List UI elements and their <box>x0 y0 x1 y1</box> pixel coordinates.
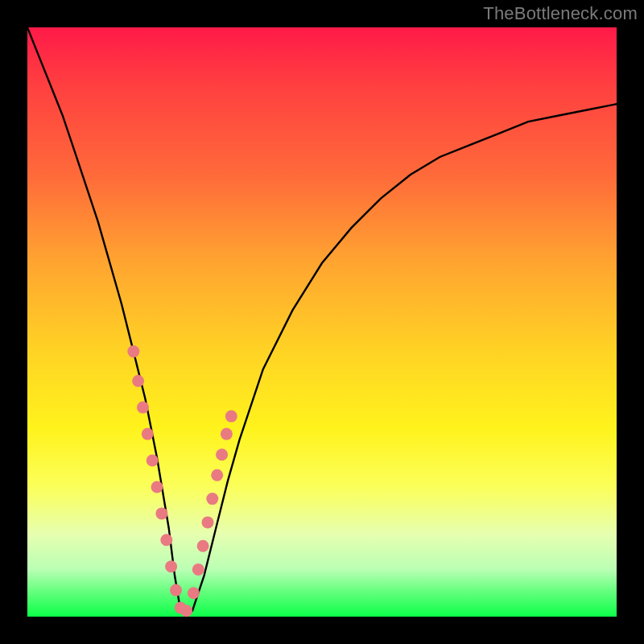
marker-layer <box>127 345 237 617</box>
marker-dot <box>147 455 159 467</box>
marker-dot <box>202 516 214 528</box>
plot-area <box>27 27 617 617</box>
chart-svg <box>27 27 617 617</box>
marker-dot <box>155 507 167 519</box>
curve-layer <box>27 27 617 617</box>
watermark-text: TheBottleneck.com <box>483 3 638 24</box>
marker-dot <box>137 402 149 414</box>
marker-dot <box>127 345 139 357</box>
marker-dot <box>132 375 144 387</box>
marker-dot <box>197 540 209 552</box>
marker-dot <box>160 534 172 546</box>
marker-dot <box>142 428 154 440</box>
marker-dot <box>151 481 163 493</box>
bottleneck-curve <box>27 27 617 617</box>
marker-dot <box>192 564 204 576</box>
marker-dot <box>206 493 218 505</box>
marker-dot <box>170 584 182 597</box>
marker-dot <box>211 469 223 481</box>
marker-dot <box>188 587 200 599</box>
marker-dot <box>180 605 192 617</box>
chart-frame: TheBottleneck.com <box>0 0 644 644</box>
marker-dot <box>165 560 177 572</box>
marker-dot <box>216 448 228 460</box>
marker-dot <box>225 411 237 423</box>
marker-dot <box>221 428 233 440</box>
